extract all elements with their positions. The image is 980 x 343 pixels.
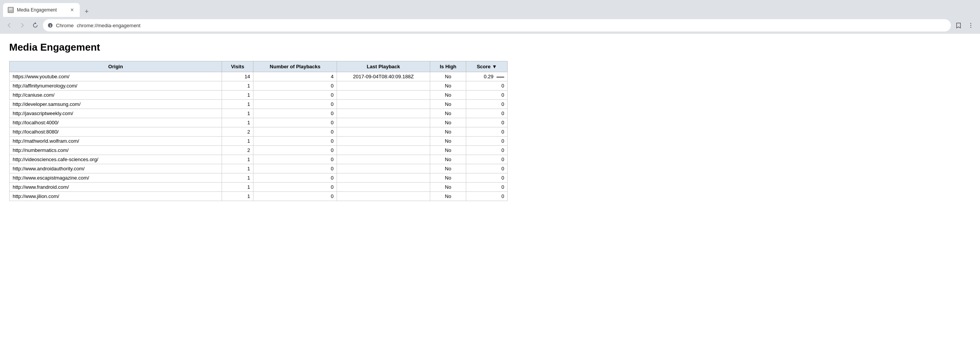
table-row: http://videosciences.cafe-sciences.org/1… [10, 155, 508, 164]
column-header-score[interactable]: Score ▼ [466, 61, 508, 72]
cell-is-high: No [430, 155, 466, 164]
cell-score: 0.29 [466, 72, 508, 81]
svg-marker-4 [34, 22, 36, 24]
cell-score: 0 [466, 137, 508, 146]
svg-point-9 [970, 27, 971, 28]
page-content: Media Engagement Origin Visits Number of… [0, 34, 980, 209]
cell-last-playback [337, 164, 430, 173]
cell-last-playback [337, 137, 430, 146]
cell-origin: http://www.androidauthority.com/ [10, 164, 222, 173]
table-row: http://localhost:4000/10No0 [10, 118, 508, 127]
table-row: https://www.youtube.com/1442017-09-04T08… [10, 72, 508, 81]
table-body: https://www.youtube.com/1442017-09-04T08… [10, 72, 508, 201]
address-brand: Chrome [56, 23, 74, 28]
table-row: http://affinitynumerology.com/10No0 [10, 81, 508, 91]
cell-visits: 2 [222, 127, 253, 137]
tab-close-button[interactable]: ✕ [69, 7, 75, 13]
tab-title: Media Engagement [17, 7, 66, 13]
cell-playbacks: 0 [253, 155, 337, 164]
svg-rect-3 [9, 10, 12, 10]
cell-origin: http://www.escapistmagazine.com/ [10, 173, 222, 183]
cell-visits: 1 [222, 118, 253, 127]
cell-playbacks: 0 [253, 146, 337, 155]
svg-point-7 [970, 23, 971, 24]
cell-origin: http://developer.samsung.com/ [10, 100, 222, 109]
cell-origin: http://videosciences.cafe-sciences.org/ [10, 155, 222, 164]
cell-score: 0 [466, 164, 508, 173]
table-row: http://www.jilion.com/10No0 [10, 192, 508, 201]
column-header-visits[interactable]: Visits [222, 61, 253, 72]
cell-origin: http://numbermatics.com/ [10, 146, 222, 155]
cell-visits: 1 [222, 137, 253, 146]
cell-score: 0 [466, 118, 508, 127]
tab-bar: Media Engagement ✕ + [0, 0, 980, 17]
forward-button[interactable] [17, 20, 28, 31]
cell-origin: https://www.youtube.com/ [10, 72, 222, 81]
cell-score: 0 [466, 81, 508, 91]
cell-score: 0 [466, 146, 508, 155]
menu-button[interactable] [965, 20, 976, 31]
cell-last-playback [337, 91, 430, 100]
cell-score: 0 [466, 183, 508, 192]
cell-origin: http://caniuse.com/ [10, 91, 222, 100]
cell-visits: 14 [222, 72, 253, 81]
cell-score: 0 [466, 127, 508, 137]
cell-visits: 1 [222, 164, 253, 173]
cell-is-high: No [430, 81, 466, 91]
cell-last-playback: 2017-09-04T08:40:09.188Z [337, 72, 430, 81]
cell-playbacks: 0 [253, 127, 337, 137]
table-row: http://localhost:8080/20No0 [10, 127, 508, 137]
cell-is-high: No [430, 118, 466, 127]
cell-origin: http://localhost:8080/ [10, 127, 222, 137]
cell-score: 0 [466, 192, 508, 201]
cell-score: 0 [466, 173, 508, 183]
page-title: Media Engagement [9, 41, 971, 53]
cell-origin: http://javascriptweekly.com/ [10, 109, 222, 118]
cell-playbacks: 0 [253, 109, 337, 118]
column-header-origin[interactable]: Origin [10, 61, 222, 72]
cell-last-playback [337, 183, 430, 192]
cell-score: 0 [466, 155, 508, 164]
cell-visits: 1 [222, 109, 253, 118]
active-tab[interactable]: Media Engagement ✕ [3, 3, 80, 17]
address-bar-actions [953, 20, 976, 31]
column-header-is-high[interactable]: Is High [430, 61, 466, 72]
cell-origin: http://mathworld.wolfram.com/ [10, 137, 222, 146]
cell-is-high: No [430, 146, 466, 155]
column-header-last-playback[interactable]: Last Playback [337, 61, 430, 72]
cell-score: 0 [466, 91, 508, 100]
cell-is-high: No [430, 192, 466, 201]
back-button[interactable] [4, 20, 15, 31]
cell-playbacks: 0 [253, 137, 337, 146]
column-header-playbacks[interactable]: Number of Playbacks [253, 61, 337, 72]
cell-playbacks: 0 [253, 173, 337, 183]
cell-last-playback [337, 146, 430, 155]
cell-last-playback [337, 155, 430, 164]
cell-playbacks: 0 [253, 91, 337, 100]
cell-origin: http://localhost:4000/ [10, 118, 222, 127]
address-bar[interactable]: ℹ Chrome chrome://media-engagement [43, 19, 951, 31]
cell-is-high: No [430, 91, 466, 100]
cell-is-high: No [430, 100, 466, 109]
cell-origin: http://www.frandroid.com/ [10, 183, 222, 192]
reload-button[interactable] [30, 20, 41, 31]
cell-origin: http://affinitynumerology.com/ [10, 81, 222, 91]
table-row: http://www.escapistmagazine.com/10No0 [10, 173, 508, 183]
cell-visits: 1 [222, 81, 253, 91]
tab-favicon [8, 7, 14, 13]
cell-is-high: No [430, 109, 466, 118]
address-bar-row: ℹ Chrome chrome://media-engagement [0, 17, 980, 34]
new-tab-button[interactable]: + [81, 6, 92, 17]
table-row: http://numbermatics.com/20No0 [10, 146, 508, 155]
table-row: http://javascriptweekly.com/10No0 [10, 109, 508, 118]
cell-visits: 1 [222, 183, 253, 192]
table-header-row: Origin Visits Number of Playbacks Last P… [10, 61, 508, 72]
cell-visits: 1 [222, 100, 253, 109]
table-row: http://caniuse.com/10No0 [10, 91, 508, 100]
svg-point-8 [970, 25, 971, 26]
cell-score: 0 [466, 100, 508, 109]
bookmark-button[interactable] [953, 20, 964, 31]
browser-chrome: Media Engagement ✕ + ℹ Chrome chrome://m… [0, 0, 980, 34]
secure-icon: ℹ [48, 23, 53, 28]
cell-playbacks: 4 [253, 72, 337, 81]
